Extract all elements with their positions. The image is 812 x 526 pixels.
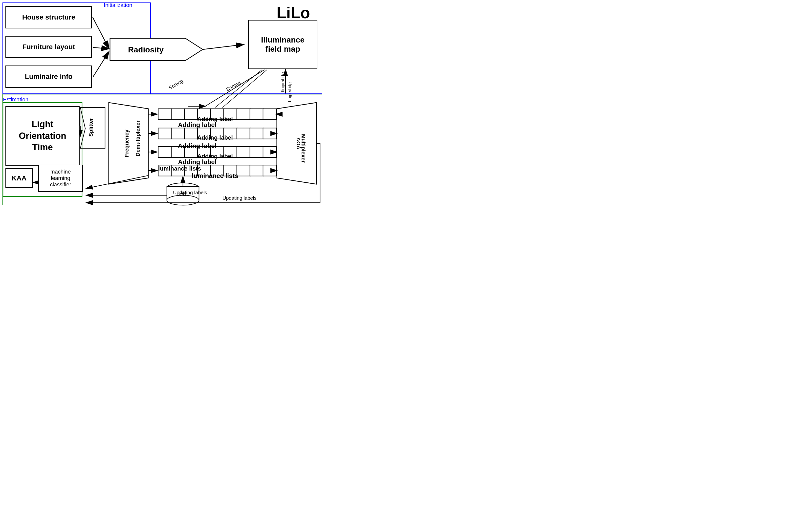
orientation-text: Orientation xyxy=(19,130,66,142)
adding-label-3: Adding label xyxy=(178,158,217,166)
illuminance-text: Illuminancefield map xyxy=(261,35,305,54)
ml-classifier-box: machinelearningclassifier xyxy=(38,165,83,192)
updating-label: Updating labels xyxy=(173,190,207,195)
initialization-label: Initialization xyxy=(104,2,132,9)
adding-label-2: Adding label xyxy=(178,142,217,150)
ml-text: machinelearningclassifier xyxy=(50,169,71,188)
divider-line xyxy=(2,93,322,94)
sorting-label: Sorting xyxy=(168,78,184,91)
svg-line-9 xyxy=(203,44,244,49)
adding-label-1: Adding label xyxy=(178,121,217,129)
diagram: LiLo Initialization Estimation Sorting U… xyxy=(0,0,325,210)
light-orientation-time-box: Light Orientation Time xyxy=(5,106,79,165)
kaa-box: KAA xyxy=(5,168,33,188)
luminance-lists-text: luminance lists xyxy=(158,165,201,172)
upgrading-label: Upgrading xyxy=(280,72,286,92)
light-text: Light xyxy=(32,119,53,130)
estimation-label: Estimation xyxy=(3,97,28,103)
furniture-layout-box: Furniture layout xyxy=(5,36,92,58)
illuminance-field-map-box: Illuminancefield map xyxy=(248,20,317,69)
lilo-title: LiLo xyxy=(277,4,310,22)
svg-text:Sorting: Sorting xyxy=(225,80,242,92)
luminaire-info-box: Luminaire info xyxy=(5,65,92,88)
time-text: Time xyxy=(32,142,53,153)
house-structure-box: House structure xyxy=(5,6,92,28)
